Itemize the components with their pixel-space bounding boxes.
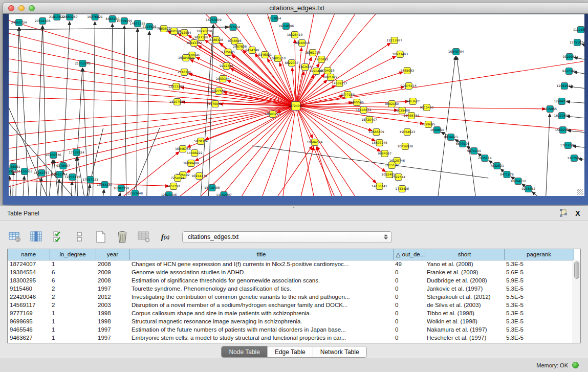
graph-edge[interactable]: [13, 171, 13, 196]
graph-edge[interactable]: [9, 59, 296, 106]
graph-node[interactable]: 8215955: [543, 106, 557, 113]
graph-edge[interactable]: [201, 25, 213, 196]
graph-edge[interactable]: [49, 160, 53, 196]
graph-node[interactable]: 5878334: [194, 138, 208, 145]
table-cell[interactable]: 2008: [96, 260, 129, 268]
graph-node[interactable]: 9465546: [350, 99, 364, 106]
graph-node[interactable]: 9329965: [563, 54, 577, 60]
table-cell[interactable]: Stergiakouli et al. (2012): [425, 293, 504, 301]
table-cell[interactable]: 1: [50, 260, 96, 268]
citation-network-graph[interactable]: 2405572420691406218138221065325715276021…: [9, 14, 584, 196]
table-cell[interactable]: 22420046: [8, 293, 50, 301]
table-cell[interactable]: 19384554: [8, 268, 50, 276]
table-cell[interactable]: Dudbridge et al. (2008): [425, 276, 504, 285]
network-table-select[interactable]: citations_edges.txt: [182, 231, 392, 243]
graph-edge[interactable]: [9, 46, 296, 106]
graph-node[interactable]: 19218596: [278, 23, 294, 30]
table-cell[interactable]: Yano et al. (2008): [425, 260, 504, 268]
table-cell[interactable]: Tourette syndrome. Phenomenology and cla…: [129, 285, 393, 293]
graph-edge[interactable]: [9, 106, 296, 174]
graph-node[interactable]: 21053346: [75, 60, 91, 67]
graph-node[interactable]: 8427552: [212, 88, 226, 95]
graph-node[interactable]: 9115460: [420, 104, 434, 111]
graph-edge[interactable]: [438, 56, 455, 196]
tab-network-table[interactable]: Network Table: [313, 346, 366, 357]
graph-edge[interactable]: [9, 27, 229, 30]
graph-edge[interactable]: [296, 106, 385, 172]
table-cell[interactable]: 6: [50, 268, 96, 276]
graph-node[interactable]: 9245652: [521, 186, 535, 192]
graph-node[interactable]: 1615132: [385, 162, 399, 169]
table-row[interactable]: 969969511998Structural magnetic resonanc…: [8, 317, 574, 325]
graph-node[interactable]: 10025488: [394, 107, 410, 114]
graph-node[interactable]: 14152997: [216, 192, 232, 196]
table-cell[interactable]: 2003: [96, 301, 129, 309]
table-cell[interactable]: 2: [50, 293, 96, 301]
table-cell[interactable]: 5.9E-5: [504, 276, 574, 285]
graph-node[interactable]: 16961758: [305, 50, 321, 56]
graph-node[interactable]: 16648784: [448, 49, 464, 55]
graph-node[interactable]: 9884067: [378, 150, 391, 157]
graph-node[interactable]: 10958187: [97, 182, 113, 188]
graph-node[interactable]: 12213987: [386, 37, 402, 44]
graph-node[interactable]: 8186328: [209, 37, 223, 43]
table-cell[interactable]: 0: [393, 309, 425, 317]
table-row[interactable]: 1830029562008Estimation of significance …: [8, 276, 574, 285]
table-cell[interactable]: 1: [50, 317, 96, 325]
graph-edge[interactable]: [546, 114, 550, 196]
function-builder-button[interactable]: f(x): [158, 229, 173, 245]
graph-node[interactable]: 15276021: [87, 14, 103, 20]
table-cell[interactable]: Franke et al. (2009): [425, 268, 504, 276]
table-cell[interactable]: 1: [50, 325, 96, 334]
graph-node[interactable]: 12923448: [127, 190, 143, 196]
graph-node[interactable]: 19654923: [399, 129, 415, 136]
graph-node[interactable]: 17016504: [560, 142, 576, 149]
graph-edge[interactable]: [242, 106, 296, 196]
graph-node[interactable]: 1167534: [568, 155, 581, 162]
table-cell[interactable]: 1997: [96, 285, 129, 293]
graph-edge[interactable]: [9, 72, 296, 106]
table-cell[interactable]: 5.3E-5: [504, 301, 574, 309]
table-cell[interactable]: Changes of HCN gene expression and I(f) …: [129, 260, 393, 268]
graph-node[interactable]: 9227341: [562, 68, 576, 75]
column-header-name[interactable]: name: [8, 249, 50, 260]
graph-node[interactable]: 7254021: [171, 175, 185, 182]
table-cell[interactable]: 1997: [96, 334, 129, 342]
graph-node[interactable]: 12444139: [554, 98, 570, 105]
table-cell[interactable]: 9463627: [8, 334, 50, 342]
table-cell[interactable]: 1997: [96, 325, 129, 334]
canvas-resize-grip[interactable]: [577, 189, 583, 195]
graph-node[interactable]: 14498222: [187, 150, 203, 157]
table-row[interactable]: 946554611997Estimation of the future num…: [8, 325, 574, 334]
table-cell[interactable]: Nakamura et al. (1997): [425, 325, 504, 334]
table-cell[interactable]: 2: [50, 285, 96, 293]
graph-edge[interactable]: [58, 179, 59, 196]
delete-table-button[interactable]: [115, 229, 130, 245]
graph-edge[interactable]: [9, 106, 296, 136]
table-cell[interactable]: 0: [393, 268, 425, 276]
table-cell[interactable]: 5.3E-5: [504, 260, 574, 268]
graph-node[interactable]: 9375887: [56, 163, 70, 169]
column-header-pagerank[interactable]: pagerank: [504, 249, 574, 260]
column-header-year[interactable]: year: [96, 249, 129, 260]
graph-node[interactable]: 16033809: [206, 17, 222, 24]
graph-node[interactable]: 9474444: [467, 148, 481, 155]
table-row[interactable]: 2242004622012Investigating the contribut…: [8, 293, 574, 301]
graph-node[interactable]: 20206576: [46, 152, 61, 159]
graph-node[interactable]: 8912954: [178, 30, 191, 36]
graph-node[interactable]: 7955812: [315, 56, 329, 63]
memory-status-indicator[interactable]: [572, 362, 579, 368]
graph-node[interactable]: 8822037: [285, 60, 299, 67]
table-cell[interactable]: Wolkin et al. (1998): [425, 317, 504, 325]
table-cell[interactable]: 9115460: [8, 285, 50, 293]
graph-node[interactable]: 16099489: [183, 160, 199, 167]
graph-node[interactable]: 12975115: [401, 83, 417, 90]
table-cell[interactable]: 5.3E-5: [504, 325, 574, 334]
graph-node[interactable]: 14569117: [332, 80, 347, 87]
graph-node[interactable]: 18107553: [169, 99, 185, 105]
graph-node[interactable]: 17359924: [69, 149, 84, 156]
graph-edge[interactable]: [111, 24, 113, 196]
new-table-button[interactable]: [93, 229, 108, 245]
table-cell[interactable]: 5.6E-5: [504, 268, 574, 276]
table-row[interactable]: 1938455462009Genome-wide association stu…: [8, 268, 574, 276]
